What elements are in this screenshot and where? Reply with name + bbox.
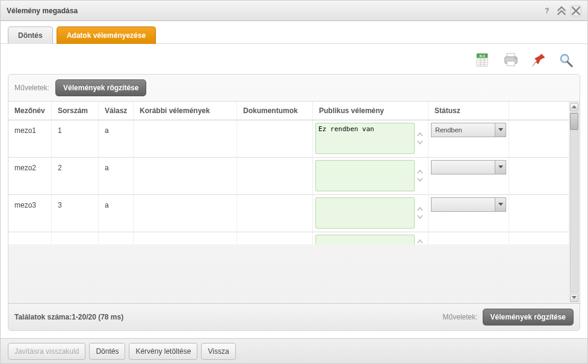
back-button[interactable]: Vissza [201, 343, 235, 360]
cell-stat: Rendben [429, 120, 509, 157]
cell-dok [237, 120, 313, 157]
spin-up-icon[interactable] [417, 207, 423, 211]
print-icon[interactable] [501, 51, 521, 69]
svg-text:XLS: XLS [479, 54, 486, 58]
cell-kor [134, 120, 237, 157]
scroll-thumb[interactable] [570, 113, 578, 130]
cell-val: a [99, 120, 134, 157]
cell-sor [52, 232, 99, 244]
save-opinions-button-footer[interactable]: Vélemények rögzítése [483, 309, 574, 325]
cell-stat [429, 195, 509, 232]
dialog-window: Vélemény megadása ? Döntés Adatok vélemé… [0, 0, 588, 364]
spin-up-icon[interactable] [417, 132, 423, 137]
cell-val: a [99, 195, 134, 232]
cell-sor: 2 [52, 158, 99, 194]
status-select[interactable] [431, 197, 506, 212]
cell-kor [134, 232, 237, 244]
excel-export-icon[interactable]: XLS [473, 51, 494, 69]
chevron-down-icon[interactable] [495, 161, 506, 174]
tab-decision[interactable]: Döntés [8, 26, 53, 44]
cell-dok [237, 232, 313, 244]
grid: Mezőnév Sorszám Válasz Korábbi véleménye… [8, 101, 580, 304]
decision-button[interactable]: Döntés [89, 343, 125, 360]
cell-pub [313, 158, 429, 194]
bottom-bar: Javításra visszakuld Döntés Kérvény letö… [1, 338, 587, 363]
cell-val: a [99, 158, 134, 194]
header-stat[interactable]: Státusz [429, 102, 509, 120]
header-dok[interactable]: Dokumentumok [237, 102, 313, 120]
public-opinion-input[interactable] [315, 235, 415, 244]
cell-kor [134, 195, 237, 232]
panel-footer: Találatok száma:1-20/20 (78 ms) Művelete… [8, 304, 580, 330]
status-select[interactable]: Rendben [431, 123, 506, 137]
header-pub[interactable]: Publikus vélemény [313, 102, 429, 120]
tab-review[interactable]: Adatok véleményezése [57, 26, 156, 44]
cell-kor [134, 158, 237, 194]
scroll-up-icon[interactable] [570, 103, 578, 111]
spin-up-icon[interactable] [417, 239, 423, 244]
public-opinion-input[interactable] [315, 197, 415, 229]
close-icon[interactable] [571, 5, 581, 16]
footer-ops-label: Műveletek: [443, 313, 478, 321]
data-panel: Műveletek: Vélemények rögzítése Mezőnév … [8, 74, 580, 331]
toolbar-icons: XLS [8, 51, 580, 69]
download-request-button[interactable]: Kérvény letöltése [129, 343, 197, 360]
cell-mezo: mezo2 [8, 158, 52, 194]
help-icon[interactable]: ? [542, 5, 552, 16]
grid-header: Mezőnév Sorszám Válasz Korábbi véleménye… [8, 102, 569, 120]
vertical-scrollbar[interactable] [569, 102, 580, 303]
results-count: Találatok száma:1-20/20 (78 ms) [14, 313, 123, 321]
header-val[interactable]: Válasz [99, 102, 134, 120]
header-mezo[interactable]: Mezőnév [8, 102, 52, 120]
window-title: Vélemény megadása [7, 7, 78, 15]
scroll-track[interactable] [570, 113, 578, 292]
maximize-icon[interactable] [556, 5, 567, 16]
cell-val [99, 232, 134, 244]
svg-rect-3 [507, 54, 515, 57]
chevron-down-icon[interactable] [495, 198, 506, 211]
cell-sor: 1 [52, 120, 99, 157]
tab-bar: Döntés Adatok véleményezése [1, 21, 587, 44]
save-opinions-button[interactable]: Vélemények rögzítése [55, 79, 146, 96]
cell-dok [237, 195, 313, 232]
table-row: mezo3 3 a [8, 195, 569, 232]
cell-dok [237, 158, 313, 194]
svg-point-6 [515, 58, 516, 59]
scroll-down-icon[interactable] [570, 294, 578, 302]
cell-pub: Ez rendben van [313, 120, 429, 157]
status-value: Rendben [432, 126, 495, 134]
spin-down-icon[interactable] [417, 177, 423, 182]
spin-up-icon[interactable] [417, 170, 423, 174]
cell-mezo [8, 232, 52, 244]
reject-button[interactable]: Javításra visszakuld [8, 343, 85, 360]
spin-down-icon[interactable] [417, 215, 423, 219]
spin-down-icon[interactable] [417, 140, 423, 144]
cell-pub [313, 195, 429, 232]
titlebar: Vélemény megadása ? [1, 1, 587, 21]
header-sor[interactable]: Sorszám [52, 102, 99, 120]
svg-rect-5 [507, 61, 515, 66]
grid-body: mezo1 1 a Ez rendben van [8, 120, 569, 244]
ops-label: Műveletek: [14, 84, 49, 92]
table-row: mezo1 1 a Ez rendben van [8, 120, 569, 158]
cell-mezo: mezo1 [8, 120, 52, 157]
public-opinion-input[interactable] [315, 160, 415, 191]
public-opinion-input[interactable]: Ez rendben van [315, 123, 415, 154]
table-row: mezo2 2 a [8, 158, 569, 195]
cell-sor: 3 [52, 195, 99, 232]
status-select[interactable] [431, 160, 506, 174]
cell-stat [429, 232, 509, 244]
cell-stat [429, 158, 509, 194]
pin-icon[interactable] [528, 51, 549, 69]
ops-top: Műveletek: Vélemények rögzítése [8, 75, 580, 101]
search-icon[interactable] [556, 51, 577, 69]
content-area: XLS [1, 44, 587, 338]
chevron-down-icon[interactable] [495, 123, 506, 137]
cell-pub [313, 232, 429, 244]
table-row [8, 232, 569, 244]
svg-point-8 [563, 57, 567, 61]
cell-mezo: mezo3 [8, 195, 52, 232]
header-kor[interactable]: Korábbi vélemények [134, 102, 237, 120]
